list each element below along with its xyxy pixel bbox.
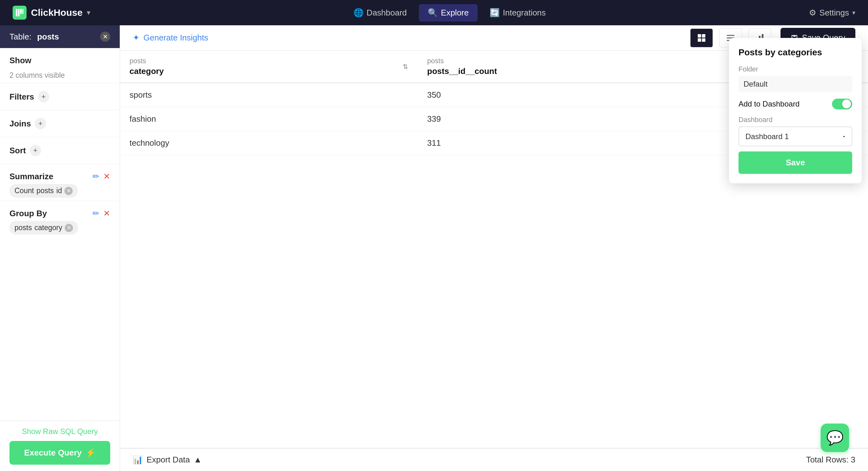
svg-rect-7: [702, 38, 705, 42]
total-rows-text: Total Rows: 3: [806, 455, 856, 465]
add-filter-button[interactable]: +: [38, 91, 49, 102]
dashboard-icon: 🌐: [353, 8, 364, 18]
summarize-chips: Count posts id ✕: [9, 184, 110, 198]
group-by-field: category: [34, 224, 62, 232]
joins-title: Joins: [9, 119, 31, 129]
delete-summarize-button[interactable]: ✕: [103, 172, 110, 181]
logo-dropdown-arrow: ▾: [87, 9, 90, 17]
left-sidebar: Table: posts ✕ Show 2 columns visible Fi…: [0, 25, 120, 471]
generate-insights-button[interactable]: ✦ Generate Insights: [133, 33, 208, 43]
show-title: Show: [9, 56, 31, 65]
settings-arrow: ▾: [852, 9, 856, 17]
summarize-field: id: [56, 186, 62, 195]
export-chevron: ▲: [194, 455, 202, 465]
settings-label: Settings: [819, 8, 849, 18]
nav-integrations[interactable]: 🔄 Integrations: [481, 4, 555, 22]
summarize-func: Count: [14, 186, 34, 195]
explore-label: Explore: [441, 8, 469, 18]
summarize-chip[interactable]: Count posts id ✕: [9, 184, 78, 198]
execute-label: Execute Query: [24, 448, 82, 458]
remove-summarize-chip-button[interactable]: ✕: [64, 187, 73, 195]
show-section: Show 2 columns visible: [0, 48, 120, 84]
edit-summarize-button[interactable]: ✏: [93, 172, 99, 181]
delete-group-by-button[interactable]: ✕: [103, 209, 110, 218]
col-name-2: posts__id__count: [427, 66, 497, 76]
column-header-category: posts category ⇅: [120, 51, 417, 83]
top-nav: ClickHouse ▾ 🌐 Dashboard 🔍 Explore 🔄 Int…: [0, 0, 868, 25]
group-by-table: posts: [14, 224, 32, 232]
export-icon: 📊: [133, 455, 143, 465]
table-label: Table:: [9, 32, 31, 42]
sort-header: Sort +: [9, 145, 110, 156]
remove-group-by-chip-button[interactable]: ✕: [65, 224, 73, 232]
export-label: Export Data: [147, 455, 190, 465]
add-join-button[interactable]: +: [35, 118, 46, 129]
filters-title: Filters: [9, 92, 34, 102]
app-logo[interactable]: ClickHouse ▾: [12, 6, 90, 20]
cell-category-1: fashion: [120, 107, 417, 131]
close-table-button[interactable]: ✕: [100, 32, 110, 42]
group-by-chip[interactable]: posts category ✕: [9, 221, 78, 235]
sort-icon-1[interactable]: ⇅: [403, 63, 408, 70]
dashboard-label: Dashboard: [367, 8, 407, 18]
dashboard-select[interactable]: Dashboard 1 Dashboard 2 Dashboard 3: [739, 126, 852, 146]
joins-section: Joins +: [0, 110, 120, 137]
integrations-label: Integrations: [503, 8, 546, 18]
add-to-dashboard-toggle[interactable]: [832, 99, 852, 109]
sidebar-header: Table: posts ✕: [0, 25, 120, 48]
group-by-title: Group By: [9, 209, 47, 218]
explore-icon: 🔍: [428, 8, 438, 18]
group-by-header: Group By ✏ ✕: [9, 209, 110, 218]
svg-rect-3: [23, 9, 23, 14]
group-by-actions: ✏ ✕: [93, 209, 110, 218]
nav-explore[interactable]: 🔍 Explore: [419, 4, 477, 22]
table-name: posts: [37, 32, 59, 42]
col-name-1: category: [129, 66, 164, 76]
save-query-popup: Posts by categories Folder Default Add t…: [729, 38, 862, 183]
popup-folder-value: Default: [739, 76, 852, 92]
settings-button[interactable]: ⚙ Settings ▾: [809, 8, 856, 18]
nav-center: 🌐 Dashboard 🔍 Explore 🔄 Integrations: [345, 4, 555, 22]
summarize-title: Summarize: [9, 172, 53, 181]
execute-icon: ⚡: [86, 448, 96, 458]
svg-rect-8: [727, 35, 734, 36]
execute-query-button[interactable]: Execute Query ⚡: [9, 441, 110, 465]
logo-box: [12, 6, 27, 20]
popup-folder-label: Folder: [739, 65, 852, 73]
export-bar: 📊 Export Data ▲ Total Rows: 3: [120, 448, 868, 471]
toggle-knob: [842, 99, 851, 109]
summarize-section: Summarize ✏ ✕ Count posts id ✕: [0, 164, 120, 201]
sort-title: Sort: [9, 146, 26, 155]
popup-save-button[interactable]: Save: [739, 151, 852, 174]
svg-rect-0: [16, 9, 18, 17]
generate-insights-icon: ✦: [133, 33, 140, 43]
svg-rect-4: [698, 34, 701, 38]
nav-dashboard[interactable]: 🌐 Dashboard: [345, 4, 416, 22]
popup-add-to-dashboard-label: Add to Dashboard: [739, 99, 800, 109]
cell-category-2: technology: [120, 131, 417, 155]
show-sql-link[interactable]: Show Raw SQL Query: [9, 427, 110, 436]
export-data-button[interactable]: 📊 Export Data ▲: [133, 455, 202, 465]
col-table-1: posts: [129, 57, 164, 65]
joins-header: Joins +: [9, 118, 110, 129]
svg-rect-5: [702, 34, 705, 38]
integrations-icon: 🔄: [490, 8, 500, 18]
columns-visible-text: 2 columns visible: [9, 71, 65, 79]
popup-toggle-row: Add to Dashboard: [739, 99, 852, 109]
app-name: ClickHouse: [31, 7, 83, 18]
edit-group-by-button[interactable]: ✏: [93, 209, 99, 218]
chat-bubble-button[interactable]: 💬: [820, 423, 849, 452]
table-view-button[interactable]: [690, 28, 713, 48]
add-sort-button[interactable]: +: [30, 145, 41, 156]
popup-title: Posts by categories: [739, 48, 852, 58]
generate-insights-label: Generate Insights: [144, 33, 208, 43]
summarize-header: Summarize ✏ ✕: [9, 172, 110, 181]
chat-icon: 💬: [826, 430, 844, 446]
summarize-actions: ✏ ✕: [93, 172, 110, 181]
popup-dashboard-label: Dashboard: [739, 116, 852, 124]
svg-rect-1: [18, 9, 20, 17]
group-by-chips: posts category ✕: [9, 221, 110, 235]
sidebar-bottom: Show Raw SQL Query Execute Query ⚡: [0, 420, 120, 471]
col-table-2: posts: [427, 57, 497, 65]
filters-section: Filters +: [0, 84, 120, 110]
